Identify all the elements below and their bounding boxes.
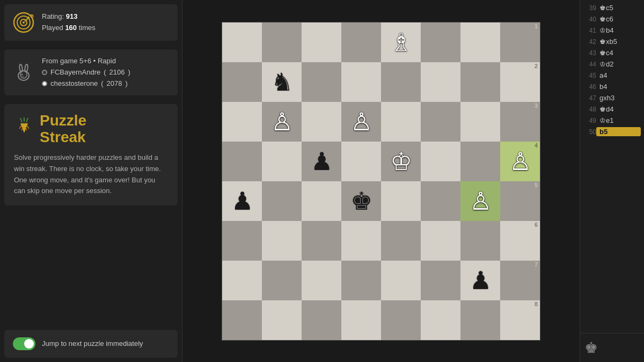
- cell-r8c2[interactable]: [262, 300, 302, 340]
- cell-r3c6[interactable]: [421, 102, 460, 142]
- cell-r7c8[interactable]: 7: [500, 261, 540, 300]
- move-row[interactable]: 43♚c4: [580, 47, 644, 58]
- move-row[interactable]: 50b5: [580, 126, 644, 137]
- cell-r7c6[interactable]: [421, 261, 460, 300]
- move-row[interactable]: 48♚d4: [580, 104, 644, 115]
- cell-r2c3[interactable]: [302, 62, 341, 102]
- cell-r2c7[interactable]: [460, 62, 500, 102]
- chess-board[interactable]: ♗1♞2♙♙3♟♔4♙♟♚♙56♟78: [222, 22, 540, 341]
- cell-r4c2[interactable]: [262, 142, 302, 181]
- cell-r7c5[interactable]: [381, 261, 421, 300]
- move-row[interactable]: 41♔b4: [580, 25, 644, 36]
- cell-r4c5[interactable]: ♔: [381, 142, 421, 181]
- cell-r1c8[interactable]: 1: [500, 23, 540, 62]
- cell-r8c7[interactable]: [460, 300, 500, 340]
- cell-r4c4[interactable]: [341, 142, 381, 181]
- cell-r8c4[interactable]: [341, 300, 381, 340]
- move-row[interactable]: 49♔e1: [580, 115, 644, 126]
- streak-header: Puzzle Streak: [14, 113, 168, 146]
- cell-r3c2[interactable]: ♙: [262, 102, 302, 142]
- cell-r6c2[interactable]: [262, 221, 302, 261]
- cell-r4c7[interactable]: [460, 142, 500, 181]
- cell-r1c4[interactable]: [341, 23, 381, 62]
- cell-r5c3[interactable]: [302, 181, 341, 221]
- cell-r1c7[interactable]: [460, 23, 500, 62]
- cell-r8c1[interactable]: [222, 300, 262, 340]
- cell-r2c1[interactable]: [222, 62, 262, 102]
- cell-r2c2[interactable]: ♞: [262, 62, 302, 102]
- right-bottom: ♚: [580, 333, 644, 362]
- cell-r8c5[interactable]: [381, 300, 421, 340]
- move-row[interactable]: 42♚xb5: [580, 36, 644, 47]
- right-panel: 39♚c540♚c641♔b442♚xb543♚c444♔d245a446b44…: [580, 0, 644, 362]
- cell-r2c4[interactable]: [341, 62, 381, 102]
- move-san[interactable]: b5: [596, 127, 641, 136]
- cell-r6c8[interactable]: 6: [500, 221, 540, 261]
- cell-r3c4[interactable]: ♙: [341, 102, 381, 142]
- cell-r1c5[interactable]: ♗: [381, 23, 421, 62]
- move-san[interactable]: a4: [596, 71, 641, 80]
- move-row[interactable]: 46b4: [580, 81, 644, 92]
- cell-r1c2[interactable]: [262, 23, 302, 62]
- cell-r2c8[interactable]: 2: [500, 62, 540, 102]
- move-row[interactable]: 44♔d2: [580, 58, 644, 70]
- move-san[interactable]: ♚c5: [596, 3, 641, 12]
- move-row[interactable]: 45a4: [580, 70, 644, 81]
- cell-r6c4[interactable]: [341, 221, 381, 261]
- cell-r6c5[interactable]: [381, 221, 421, 261]
- cell-r7c3[interactable]: [302, 261, 341, 300]
- move-san[interactable]: ♚d4: [596, 105, 641, 114]
- move-san[interactable]: ♔b4: [596, 26, 641, 35]
- cell-r4c6[interactable]: [421, 142, 460, 181]
- svg-line-14: [20, 118, 22, 122]
- cell-r5c1[interactable]: ♟: [222, 181, 262, 221]
- jump-toggle[interactable]: [13, 337, 35, 350]
- move-number: 44: [583, 61, 596, 68]
- cell-r7c1[interactable]: [222, 261, 262, 300]
- cell-r4c3[interactable]: ♟: [302, 142, 341, 181]
- cell-r6c1[interactable]: [222, 221, 262, 261]
- cell-r3c8[interactable]: 3: [500, 102, 540, 142]
- cell-r4c1[interactable]: [222, 142, 262, 181]
- cell-r3c1[interactable]: [222, 102, 262, 142]
- cell-r5c8[interactable]: 5: [500, 181, 540, 221]
- cell-r8c6[interactable]: [421, 300, 460, 340]
- cell-r3c3[interactable]: [302, 102, 341, 142]
- cell-r2c5[interactable]: [381, 62, 421, 102]
- cell-r6c3[interactable]: [302, 221, 341, 261]
- cell-r8c3[interactable]: [302, 300, 341, 340]
- cell-r5c4[interactable]: ♚: [341, 181, 381, 221]
- move-san[interactable]: gxh3: [596, 93, 641, 102]
- cell-r5c7[interactable]: ♙: [460, 181, 500, 221]
- played-count: 160: [65, 24, 77, 32]
- cell-r4c8[interactable]: 4♙: [500, 142, 540, 181]
- cell-r5c6[interactable]: [421, 181, 460, 221]
- cell-r7c4[interactable]: [341, 261, 381, 300]
- cell-r2c6[interactable]: [421, 62, 460, 102]
- cell-r3c7[interactable]: [460, 102, 500, 142]
- cell-r1c1[interactable]: [222, 23, 262, 62]
- cell-r1c6[interactable]: [421, 23, 460, 62]
- move-san[interactable]: ♔e1: [596, 116, 641, 125]
- move-san[interactable]: ♚c4: [596, 48, 641, 57]
- move-san[interactable]: ♚c6: [596, 14, 641, 24]
- move-row[interactable]: 40♚c6: [580, 13, 644, 25]
- cell-r7c7[interactable]: ♟: [460, 261, 500, 300]
- target-icon: [13, 12, 34, 33]
- cell-r3c5[interactable]: [381, 102, 421, 142]
- cell-r6c7[interactable]: [460, 221, 500, 261]
- rating-card: Rating: 913 Played 160 times: [4, 4, 178, 41]
- move-row[interactable]: 47gxh3: [580, 92, 644, 104]
- cell-r7c2[interactable]: [262, 261, 302, 300]
- move-list: 39♚c540♚c641♔b442♚xb543♚c444♔d245a446b44…: [580, 0, 644, 333]
- move-row[interactable]: 39♚c5: [580, 2, 644, 13]
- svg-marker-13: [20, 123, 28, 133]
- move-san[interactable]: b4: [596, 82, 641, 91]
- cell-r5c5[interactable]: [381, 181, 421, 221]
- move-san[interactable]: ♚xb5: [596, 37, 641, 46]
- cell-r6c6[interactable]: [421, 221, 460, 261]
- move-san[interactable]: ♔d2: [596, 60, 641, 69]
- cell-r8c8[interactable]: 8: [500, 300, 540, 340]
- cell-r5c2[interactable]: [262, 181, 302, 221]
- cell-r1c3[interactable]: [302, 23, 341, 62]
